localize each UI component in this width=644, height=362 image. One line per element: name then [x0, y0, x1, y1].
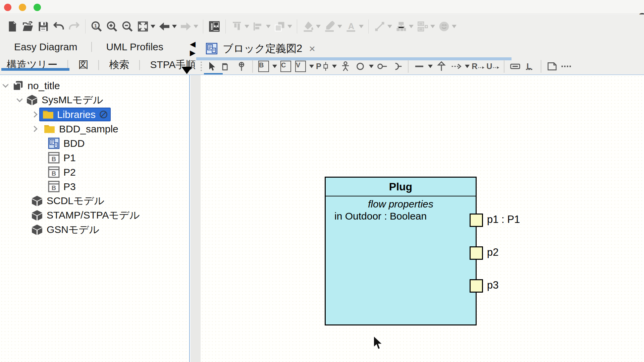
- tree-item-label: GSNモデル: [47, 223, 99, 237]
- tab-easy-diagram[interactable]: Easy Diagram: [0, 41, 91, 53]
- port-tool-dropdown-icon[interactable]: [332, 65, 337, 68]
- back-icon[interactable]: [157, 18, 172, 35]
- port-p1[interactable]: [470, 214, 483, 227]
- dependency-tool[interactable]: [449, 59, 463, 74]
- diagram-canvas[interactable]: Plug flow properties in Outdoor : Boolea…: [201, 75, 644, 362]
- tree-item-bdd-sample[interactable]: BDD_sample: [32, 122, 118, 136]
- tree-item-gsn-model[interactable]: GSNモデル: [27, 223, 99, 237]
- port-p3[interactable]: [470, 279, 483, 293]
- note-tool[interactable]: [545, 59, 559, 74]
- tree-item-p2[interactable]: B P2: [44, 165, 76, 179]
- chevron-down-icon[interactable]: [16, 96, 22, 102]
- mouse-cursor-icon: [373, 335, 384, 351]
- layers-dropdown-icon[interactable]: [287, 25, 292, 28]
- block-flow-property: in Outdoor : Boolean: [326, 210, 476, 222]
- association-dropdown-icon[interactable]: [428, 65, 433, 68]
- fill-color-dropdown-icon[interactable]: [316, 25, 321, 28]
- tree-item-scdl-model[interactable]: SCDLモデル: [27, 194, 104, 208]
- tree-item-libraries[interactable]: Libraries: [32, 107, 111, 122]
- text-tool[interactable]: [508, 59, 522, 74]
- association-tool[interactable]: [413, 59, 426, 74]
- interface-tool[interactable]: [354, 59, 367, 74]
- layers-icon: [272, 18, 287, 35]
- tree-item-label: BDD_sample: [59, 123, 118, 135]
- new-file-icon[interactable]: [5, 18, 20, 35]
- tree-item-bdd[interactable]: BDD: [44, 136, 85, 150]
- structure-map-icon[interactable]: [207, 18, 222, 35]
- required-interface-tool[interactable]: [390, 59, 404, 74]
- project-icon: [12, 79, 24, 92]
- connector-dropdown-icon[interactable]: [387, 25, 392, 28]
- tree-item-stamp-stpa-model[interactable]: STAMP/STPAモデル: [27, 208, 140, 223]
- generalization-tool[interactable]: [435, 59, 448, 74]
- block-tool[interactable]: B: [257, 59, 270, 74]
- zoom-in-icon[interactable]: [104, 18, 120, 35]
- block-tool-dropdown-icon[interactable]: [272, 65, 277, 68]
- block-icon: B: [48, 166, 60, 178]
- folder-icon: [42, 108, 54, 121]
- zoom-actual-icon[interactable]: 1: [89, 18, 104, 35]
- model-cube-icon: [31, 209, 43, 222]
- tree-item-sysml-model[interactable]: SysMLモデル: [17, 93, 103, 107]
- fill-color-icon: [301, 18, 316, 35]
- diagram-tab-close-icon[interactable]: ×: [309, 43, 315, 55]
- align-top-dropdown-icon[interactable]: [245, 25, 249, 28]
- palette-drag-handle[interactable]: [201, 62, 202, 71]
- close-window-button[interactable]: [4, 4, 11, 11]
- face-dropdown-icon[interactable]: [452, 25, 457, 28]
- diagram-tab[interactable]: ブロック定義図2 ×: [205, 40, 315, 57]
- model-cube-icon: [26, 94, 38, 106]
- port-p2[interactable]: [470, 246, 483, 260]
- hierarchy-dropdown-icon[interactable]: [409, 25, 414, 28]
- forward-dropdown-icon[interactable]: [194, 25, 198, 28]
- fit-view-dropdown-icon[interactable]: [151, 25, 155, 28]
- package-tool[interactable]: [220, 59, 233, 74]
- save-icon[interactable]: [36, 18, 51, 35]
- value-type-dropdown-icon[interactable]: [309, 65, 314, 68]
- polyline-tool[interactable]: L: [523, 59, 537, 74]
- back-dropdown-icon[interactable]: [172, 25, 177, 28]
- line-color-dropdown-icon[interactable]: [337, 25, 342, 28]
- block-plug[interactable]: Plug flow properties in Outdoor : Boolea…: [325, 177, 477, 325]
- actor-tool[interactable]: [339, 59, 352, 74]
- value-type-tool[interactable]: V: [294, 59, 307, 74]
- tab-scroll-right-icon[interactable]: ▶: [190, 49, 196, 57]
- zoom-window-button[interactable]: [34, 4, 41, 11]
- face-icon: [436, 18, 452, 35]
- pin-tool[interactable]: [235, 59, 248, 74]
- port-tool[interactable]: P: [316, 59, 330, 74]
- align-left-icon: [251, 18, 266, 35]
- font-color-dropdown-icon[interactable]: [359, 25, 364, 28]
- tab-uml-profiles[interactable]: UML Profiles: [92, 41, 177, 53]
- minimize-window-button[interactable]: [19, 4, 26, 11]
- tree-item-p1[interactable]: B P1: [44, 150, 76, 165]
- fit-view-icon[interactable]: [135, 18, 151, 35]
- undo-icon[interactable]: [51, 18, 66, 35]
- usage-tool[interactable]: U: [486, 59, 500, 74]
- stereotype-dropdown-icon[interactable]: [430, 25, 435, 28]
- port-label: p2: [487, 246, 498, 258]
- panel-tab-overflow-icon[interactable]: [181, 67, 192, 74]
- zoom-out-icon[interactable]: [120, 18, 135, 35]
- tab-scroll-left-icon[interactable]: ◀: [190, 40, 196, 49]
- panel-divider[interactable]: [191, 75, 201, 362]
- chevron-right-icon[interactable]: [31, 126, 37, 132]
- tab-search[interactable]: 検索: [99, 58, 139, 72]
- tree-item-p3[interactable]: B P3: [44, 179, 76, 194]
- align-left-dropdown-icon[interactable]: [266, 25, 271, 28]
- diagram-tab-label: ブロック定義図2: [223, 42, 302, 56]
- tool-palette: B C V P R U L: [201, 59, 574, 74]
- chevron-right-icon[interactable]: [31, 111, 37, 117]
- realization-tool[interactable]: R: [472, 59, 485, 74]
- provided-interface-tool[interactable]: [376, 59, 389, 74]
- open-file-icon[interactable]: [20, 18, 36, 35]
- tree-item-no-title[interactable]: no_title: [3, 78, 60, 93]
- interface-dropdown-icon[interactable]: [369, 65, 374, 68]
- chevron-down-icon[interactable]: [2, 81, 8, 87]
- header: 1 A Easy Diagram: [0, 14, 644, 74]
- tab-diagram[interactable]: 図: [68, 58, 98, 72]
- pointer-tool[interactable]: [205, 59, 219, 74]
- bdd-diagram-icon: [48, 137, 60, 149]
- dependency-dropdown-icon[interactable]: [465, 65, 470, 68]
- constraint-block-tool[interactable]: C: [279, 59, 292, 74]
